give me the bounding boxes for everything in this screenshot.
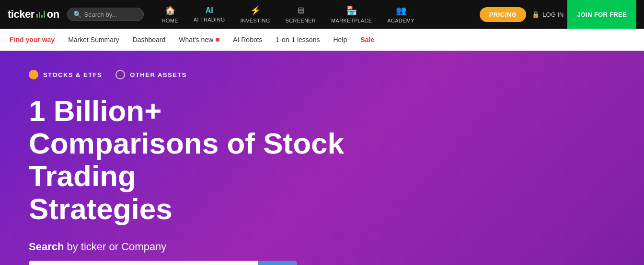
screener-label: SCREENER xyxy=(286,18,316,23)
hero-title-line3: Strategies xyxy=(29,192,172,225)
ai-robots-label: AI Robots xyxy=(233,36,262,44)
hero-title: 1 Billion+ Comparisons of Stock Trading … xyxy=(29,95,364,225)
dashboard-label: Dashboard xyxy=(133,36,166,44)
sec-nav-dashboard[interactable]: Dashboard xyxy=(133,36,166,44)
login-button[interactable]: 🔒 LOG IN xyxy=(532,11,564,18)
logo-text-part1: ticker xyxy=(8,8,34,21)
1on1-lessons-label: 1-on-1 lessons xyxy=(276,36,320,44)
sec-nav-sale[interactable]: Sale xyxy=(360,36,374,44)
nav-item-academy[interactable]: 👥 ACADEMY xyxy=(380,2,421,26)
find-your-way-label: Find your way xyxy=(10,36,55,44)
sec-nav-find-your-way[interactable]: Find your way xyxy=(10,36,55,44)
screener-icon: 🖥 xyxy=(296,6,305,16)
hero-search-rest: by ticker or Company xyxy=(64,241,166,253)
sec-nav-whats-new[interactable]: What's new xyxy=(179,36,219,44)
top-navigation: ticker on 🔍 Search by... 🏠 HOME AI AI TR… xyxy=(0,0,644,29)
ai-trading-label: AI TRADING xyxy=(194,17,225,22)
nav-item-ai-trading[interactable]: AI AI TRADING xyxy=(187,3,232,25)
stocks-toggle-circle xyxy=(29,70,38,79)
lock-icon: 🔒 xyxy=(532,11,540,18)
hero-search-bold: Search xyxy=(29,241,64,253)
top-search-box[interactable]: 🔍 Search by... xyxy=(67,8,144,21)
logo-text-part2: on xyxy=(47,8,59,21)
home-label: HOME xyxy=(162,18,178,23)
hero-title-line2: Comparisons of Stock Trading xyxy=(29,127,344,192)
hero-go-button[interactable]: GO xyxy=(258,261,297,265)
academy-icon: 👥 xyxy=(396,5,406,16)
site-logo[interactable]: ticker on xyxy=(8,8,59,21)
investing-icon: ⚡ xyxy=(250,5,261,16)
nav-item-screener[interactable]: 🖥 SCREENER xyxy=(279,3,323,26)
nav-item-home[interactable]: 🏠 HOME xyxy=(155,2,185,26)
nav-right-actions: PRICING 🔒 LOG IN xyxy=(480,7,564,22)
hero-title-line1: 1 Billion+ xyxy=(29,94,161,127)
other-toggle-circle xyxy=(115,70,125,79)
home-icon: 🏠 xyxy=(165,5,175,16)
search-icon: 🔍 xyxy=(73,11,81,18)
sec-nav-market-summary[interactable]: Market Summary xyxy=(68,36,119,44)
toggle-stocks-etfs[interactable]: STOCKS & ETFS xyxy=(29,70,102,79)
marketplace-icon: 🏪 xyxy=(346,5,357,16)
ai-trading-icon: AI xyxy=(206,6,213,15)
asset-toggle-group: STOCKS & ETFS OTHER ASSETS xyxy=(29,70,615,79)
sec-nav-ai-robots[interactable]: AI Robots xyxy=(233,36,262,44)
logo-bars-icon xyxy=(36,11,45,18)
search-placeholder-text: Search by... xyxy=(84,11,117,18)
nav-item-marketplace[interactable]: 🏪 MARKETPLACE xyxy=(324,2,379,26)
whats-new-label: What's new xyxy=(179,36,213,44)
nav-item-investing[interactable]: ⚡ INVESTING xyxy=(234,2,277,26)
join-free-button[interactable]: JOIN FOR FREE xyxy=(567,0,636,29)
new-indicator-dot xyxy=(216,38,219,42)
toggle-other-assets[interactable]: OTHER ASSETS xyxy=(115,70,187,79)
hero-search-input[interactable] xyxy=(29,261,258,265)
hero-section: STOCKS & ETFS OTHER ASSETS 1 Billion+ Co… xyxy=(0,51,644,265)
login-label: LOG IN xyxy=(542,11,564,18)
main-nav-items: 🏠 HOME AI AI TRADING ⚡ INVESTING 🖥 SCREE… xyxy=(155,2,476,26)
hero-search-row: GO xyxy=(29,261,297,265)
sec-nav-help[interactable]: Help xyxy=(333,36,347,44)
pricing-button[interactable]: PRICING xyxy=(480,7,527,22)
other-toggle-label: OTHER ASSETS xyxy=(130,71,187,78)
secondary-navigation: Find your way Market Summary Dashboard W… xyxy=(0,29,644,51)
investing-label: INVESTING xyxy=(241,18,270,23)
market-summary-label: Market Summary xyxy=(68,36,119,44)
help-label: Help xyxy=(333,36,347,44)
academy-label: ACADEMY xyxy=(387,18,414,23)
sale-label: Sale xyxy=(360,36,374,44)
sec-nav-1on1-lessons[interactable]: 1-on-1 lessons xyxy=(276,36,320,44)
stocks-toggle-label: STOCKS & ETFS xyxy=(43,71,102,78)
hero-search-label: Search by ticker or Company xyxy=(29,241,615,253)
marketplace-label: MARKETPLACE xyxy=(331,18,372,23)
